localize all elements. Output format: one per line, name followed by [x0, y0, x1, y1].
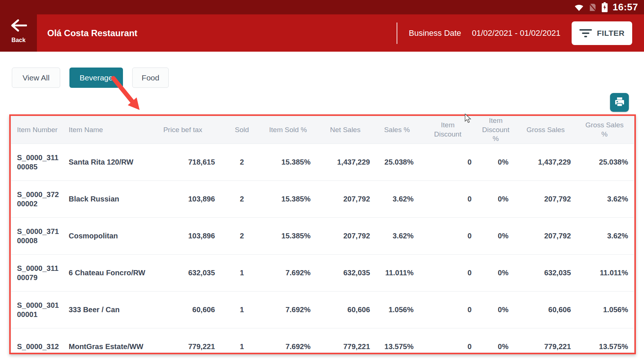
- back-arrow-icon: [10, 19, 27, 33]
- cell-gross-sales: 779,221: [517, 328, 578, 353]
- cell-item-discount: 0: [421, 144, 478, 181]
- cell-sales-pct: 1.056%: [377, 292, 421, 328]
- header-cell-item-discount-pct: Item Discount %: [478, 116, 517, 144]
- filter-label: FILTER: [597, 29, 625, 38]
- app-bar: Back Olá Costa Restaurant Business Date …: [0, 14, 644, 52]
- cell-item-sold-pct: 7.692%: [262, 255, 318, 292]
- cell-item-discount-pct: 0%: [478, 292, 517, 328]
- cell-gross-sales-pct: 11.011%: [578, 255, 634, 292]
- cell-item-discount: 0: [421, 292, 478, 328]
- table-row: S_0000_311 00085Santa Rita 120/RW718,615…: [11, 144, 634, 181]
- header-cell-item-sold-pct: Item Sold %: [262, 116, 318, 144]
- appbar-divider: [397, 23, 397, 44]
- cell-sold: 2: [222, 181, 262, 218]
- cell-item-sold-pct: 15.385%: [262, 218, 318, 255]
- cell-gross-sales-pct: 3.62%: [578, 218, 634, 255]
- cell-sold: 1: [222, 292, 262, 328]
- cell-gross-sales: 207,792: [517, 218, 578, 255]
- cell-item-number: S_0000_301 00001: [11, 292, 63, 328]
- cell-item-name: 6 Chateau Foncro/RW: [63, 255, 148, 292]
- cell-net-sales: 207,792: [318, 218, 377, 255]
- table-row: S_0000_301 00001333 Beer / Can60,60617.6…: [11, 292, 634, 328]
- cell-gross-sales-pct: 3.62%: [578, 181, 634, 218]
- cell-gross-sales: 1,437,229: [517, 144, 578, 181]
- cell-item-discount: 0: [421, 255, 478, 292]
- cell-price-bef-tax: 60,606: [148, 292, 222, 328]
- cell-sales-pct: 3.62%: [377, 181, 421, 218]
- status-bar: 16:57: [0, 0, 644, 14]
- cell-item-discount-pct: 0%: [478, 255, 517, 292]
- cell-item-name: Santa Rita 120/RW: [63, 144, 148, 181]
- cell-sold: 2: [222, 218, 262, 255]
- highlight-border: Item Number Item Name Price bef tax Sold…: [9, 114, 636, 354]
- cell-sold: 2: [222, 144, 262, 181]
- cell-net-sales: 632,035: [318, 255, 377, 292]
- cell-price-bef-tax: 632,035: [148, 255, 222, 292]
- app-screen: 16:57 Back Olá Costa Restaurant Business…: [0, 0, 644, 362]
- table-row: S_0000_371 00008Cosmopolitan103,896215.3…: [11, 218, 634, 255]
- cell-item-number: S_0000_312: [11, 328, 63, 353]
- table-row: S_0000_312MontGras Estate/WW779,22117.69…: [11, 328, 634, 353]
- cell-net-sales: 1,437,229: [318, 144, 377, 181]
- cell-net-sales: 779,221: [318, 328, 377, 353]
- cell-item-discount: 0: [421, 181, 478, 218]
- cell-item-name: 333 Beer / Can: [63, 292, 148, 328]
- sales-table: Item Number Item Name Price bef tax Sold…: [11, 116, 634, 353]
- cell-gross-sales-pct: 13.575%: [578, 328, 634, 353]
- header-cell-item-discount: Item Discount: [421, 116, 478, 144]
- cell-price-bef-tax: 718,615: [148, 144, 222, 181]
- cell-item-number: S_0000_372 00002: [11, 181, 63, 218]
- cell-item-sold-pct: 7.692%: [262, 292, 318, 328]
- header-cell-item-name: Item Name: [63, 116, 148, 144]
- page-title: Olá Costa Restaurant: [47, 14, 137, 52]
- cell-item-name: MontGras Estate/WW: [63, 328, 148, 353]
- cell-price-bef-tax: 103,896: [148, 218, 222, 255]
- cell-item-number: S_0000_311 00079: [11, 255, 63, 292]
- cell-item-discount-pct: 0%: [478, 218, 517, 255]
- print-button[interactable]: [610, 93, 629, 112]
- filter-button[interactable]: FILTER: [572, 21, 632, 45]
- table-header-row: Item Number Item Name Price bef tax Sold…: [11, 116, 634, 144]
- tab-view-all[interactable]: View All: [12, 68, 60, 88]
- cell-item-discount-pct: 0%: [478, 181, 517, 218]
- cell-gross-sales: 207,792: [517, 181, 578, 218]
- header-cell-item-number: Item Number: [11, 116, 63, 144]
- battery-charging-icon: [602, 2, 608, 12]
- cell-item-discount: 0: [421, 218, 478, 255]
- tab-beverage[interactable]: Beverage: [69, 68, 123, 88]
- cell-gross-sales: 632,035: [517, 255, 578, 292]
- cell-item-name: Cosmopolitan: [63, 218, 148, 255]
- header-cell-gross-sales-pct: Gross Sales %: [578, 116, 634, 144]
- cell-net-sales: 60,606: [318, 292, 377, 328]
- cell-gross-sales-pct: 25.038%: [578, 144, 634, 181]
- header-cell-net-sales: Net Sales: [318, 116, 377, 144]
- cell-price-bef-tax: 103,896: [148, 181, 222, 218]
- business-date-label: Business Date: [409, 14, 461, 52]
- cell-item-discount-pct: 0%: [478, 144, 517, 181]
- cell-price-bef-tax: 779,221: [148, 328, 222, 353]
- cell-sold: 1: [222, 328, 262, 353]
- wifi-icon: [574, 3, 584, 11]
- cell-item-discount-pct: 0%: [478, 328, 517, 353]
- table-row: S_0000_372 00002Black Russian103,896215.…: [11, 181, 634, 218]
- cell-net-sales: 207,792: [318, 181, 377, 218]
- sales-report-card: Item Number Item Name Price bef tax Sold…: [11, 116, 634, 353]
- cell-item-name: Black Russian: [63, 181, 148, 218]
- cell-gross-sales: 60,606: [517, 292, 578, 328]
- tab-food[interactable]: Food: [132, 68, 169, 88]
- cell-item-number: S_0000_371 00008: [11, 218, 63, 255]
- cell-sales-pct: 25.038%: [377, 144, 421, 181]
- cell-item-discount: 0: [421, 328, 478, 353]
- status-time: 16:57: [613, 1, 638, 13]
- header-cell-gross-sales: Gross Sales: [517, 116, 578, 144]
- header-cell-price-bef-tax: Price bef tax: [148, 116, 222, 144]
- cell-item-sold-pct: 15.385%: [262, 144, 318, 181]
- back-label: Back: [11, 37, 25, 44]
- cell-item-sold-pct: 7.692%: [262, 328, 318, 353]
- cell-item-sold-pct: 15.385%: [262, 181, 318, 218]
- cell-sales-pct: 11.011%: [377, 255, 421, 292]
- table-row: S_0000_311 000796 Chateau Foncro/RW632,0…: [11, 255, 634, 292]
- header-cell-sold: Sold: [222, 116, 262, 144]
- cell-sales-pct: 13.575%: [377, 328, 421, 353]
- filter-icon: [579, 29, 592, 37]
